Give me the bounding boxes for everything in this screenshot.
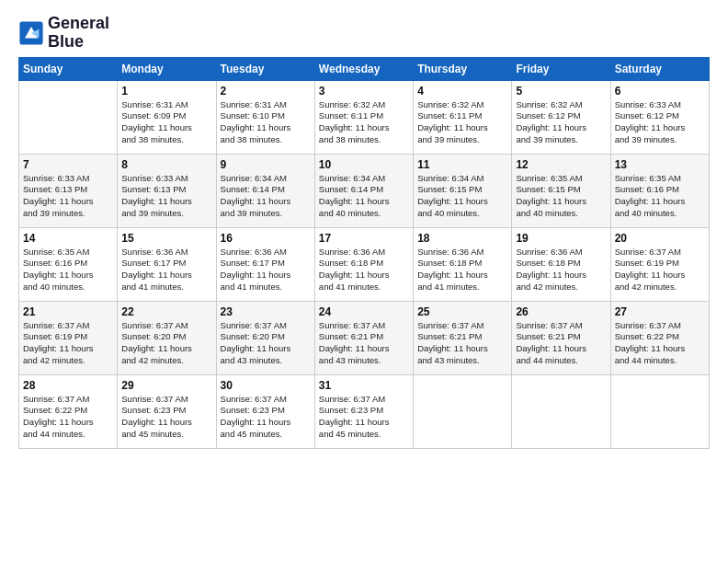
day-info: Sunrise: 6:32 AMSunset: 6:11 PMDaylight:… xyxy=(417,99,507,146)
day-info: Sunrise: 6:31 AMSunset: 6:10 PMDaylight:… xyxy=(221,99,311,146)
calendar-header-row: SundayMondayTuesdayWednesdayThursdayFrid… xyxy=(19,57,710,80)
day-number: 17 xyxy=(319,232,409,245)
calendar-cell: 4Sunrise: 6:32 AMSunset: 6:11 PMDaylight… xyxy=(414,80,512,154)
calendar-table: SundayMondayTuesdayWednesdayThursdayFrid… xyxy=(18,57,710,449)
day-info: Sunrise: 6:37 AMSunset: 6:22 PMDaylight:… xyxy=(23,394,113,441)
calendar-cell: 18Sunrise: 6:36 AMSunset: 6:18 PMDayligh… xyxy=(414,227,512,301)
day-info: Sunrise: 6:37 AMSunset: 6:21 PMDaylight:… xyxy=(319,320,409,367)
day-info: Sunrise: 6:37 AMSunset: 6:22 PMDaylight:… xyxy=(615,320,705,367)
day-info: Sunrise: 6:37 AMSunset: 6:19 PMDaylight:… xyxy=(615,247,705,293)
calendar-body: 1Sunrise: 6:31 AMSunset: 6:09 PMDaylight… xyxy=(19,80,710,448)
day-number: 15 xyxy=(121,232,211,245)
day-info: Sunrise: 6:36 AMSunset: 6:17 PMDaylight:… xyxy=(121,247,211,293)
day-info: Sunrise: 6:31 AMSunset: 6:09 PMDaylight:… xyxy=(121,99,211,146)
calendar-cell: 13Sunrise: 6:35 AMSunset: 6:16 PMDayligh… xyxy=(610,154,709,227)
calendar-header-sunday: Sunday xyxy=(19,57,118,80)
day-number: 27 xyxy=(615,305,705,318)
calendar-week-3: 14Sunrise: 6:35 AMSunset: 6:16 PMDayligh… xyxy=(19,227,710,301)
day-info: Sunrise: 6:33 AMSunset: 6:12 PMDaylight:… xyxy=(615,99,705,146)
day-number: 28 xyxy=(23,379,113,392)
calendar-cell: 23Sunrise: 6:37 AMSunset: 6:20 PMDayligh… xyxy=(216,301,314,374)
day-number: 21 xyxy=(23,305,113,318)
day-number: 24 xyxy=(319,305,409,318)
calendar-week-1: 1Sunrise: 6:31 AMSunset: 6:09 PMDaylight… xyxy=(19,80,710,154)
day-info: Sunrise: 6:34 AMSunset: 6:15 PMDaylight:… xyxy=(417,173,507,220)
day-info: Sunrise: 6:36 AMSunset: 6:18 PMDaylight:… xyxy=(319,247,409,293)
calendar-header-tuesday: Tuesday xyxy=(216,57,314,80)
calendar-cell: 9Sunrise: 6:34 AMSunset: 6:14 PMDaylight… xyxy=(216,154,314,227)
day-number: 6 xyxy=(615,85,705,98)
day-number: 22 xyxy=(121,305,211,318)
calendar-cell: 25Sunrise: 6:37 AMSunset: 6:21 PMDayligh… xyxy=(414,301,512,374)
calendar-cell: 29Sunrise: 6:37 AMSunset: 6:23 PMDayligh… xyxy=(118,374,216,448)
calendar-cell: 5Sunrise: 6:32 AMSunset: 6:12 PMDaylight… xyxy=(512,80,610,154)
day-number: 18 xyxy=(417,232,507,245)
calendar-cell: 15Sunrise: 6:36 AMSunset: 6:17 PMDayligh… xyxy=(118,227,216,301)
day-info: Sunrise: 6:35 AMSunset: 6:16 PMDaylight:… xyxy=(23,247,113,293)
calendar-cell: 17Sunrise: 6:36 AMSunset: 6:18 PMDayligh… xyxy=(314,227,413,301)
calendar-cell: 16Sunrise: 6:36 AMSunset: 6:17 PMDayligh… xyxy=(216,227,314,301)
day-number: 26 xyxy=(516,305,606,318)
logo-text: General Blue xyxy=(48,15,109,52)
day-info: Sunrise: 6:36 AMSunset: 6:17 PMDaylight:… xyxy=(221,247,311,293)
day-number: 19 xyxy=(516,232,606,245)
calendar-cell: 30Sunrise: 6:37 AMSunset: 6:23 PMDayligh… xyxy=(216,374,314,448)
day-number: 16 xyxy=(221,232,311,245)
day-number: 29 xyxy=(121,379,211,392)
day-number: 14 xyxy=(23,232,113,245)
day-number: 13 xyxy=(615,158,705,171)
calendar-header-friday: Friday xyxy=(512,57,610,80)
calendar-week-4: 21Sunrise: 6:37 AMSunset: 6:19 PMDayligh… xyxy=(19,301,710,374)
calendar-cell: 10Sunrise: 6:34 AMSunset: 6:14 PMDayligh… xyxy=(314,154,413,227)
calendar-cell xyxy=(414,374,512,448)
day-number: 30 xyxy=(221,379,311,392)
day-number: 5 xyxy=(516,85,606,98)
day-number: 25 xyxy=(417,305,507,318)
calendar-cell xyxy=(19,80,118,154)
calendar-cell: 22Sunrise: 6:37 AMSunset: 6:20 PMDayligh… xyxy=(118,301,216,374)
day-number: 31 xyxy=(319,379,409,392)
calendar-cell: 7Sunrise: 6:33 AMSunset: 6:13 PMDaylight… xyxy=(19,154,118,227)
day-number: 9 xyxy=(221,158,311,171)
day-info: Sunrise: 6:37 AMSunset: 6:20 PMDaylight:… xyxy=(121,320,211,367)
calendar-header-thursday: Thursday xyxy=(414,57,512,80)
calendar-cell xyxy=(512,374,610,448)
calendar-header-saturday: Saturday xyxy=(610,57,709,80)
day-info: Sunrise: 6:32 AMSunset: 6:11 PMDaylight:… xyxy=(319,99,409,146)
day-info: Sunrise: 6:37 AMSunset: 6:20 PMDaylight:… xyxy=(221,320,311,367)
day-number: 11 xyxy=(417,158,507,171)
day-info: Sunrise: 6:34 AMSunset: 6:14 PMDaylight:… xyxy=(319,173,409,220)
day-number: 23 xyxy=(221,305,311,318)
day-info: Sunrise: 6:35 AMSunset: 6:16 PMDaylight:… xyxy=(615,173,705,220)
day-number: 1 xyxy=(121,85,211,98)
calendar-cell: 8Sunrise: 6:33 AMSunset: 6:13 PMDaylight… xyxy=(118,154,216,227)
day-info: Sunrise: 6:33 AMSunset: 6:13 PMDaylight:… xyxy=(121,173,211,220)
logo: General Blue xyxy=(18,15,109,52)
calendar-cell: 27Sunrise: 6:37 AMSunset: 6:22 PMDayligh… xyxy=(610,301,709,374)
day-number: 10 xyxy=(319,158,409,171)
day-info: Sunrise: 6:37 AMSunset: 6:23 PMDaylight:… xyxy=(319,394,409,441)
day-info: Sunrise: 6:37 AMSunset: 6:21 PMDaylight:… xyxy=(516,320,606,367)
day-info: Sunrise: 6:35 AMSunset: 6:15 PMDaylight:… xyxy=(516,173,606,220)
calendar-cell: 14Sunrise: 6:35 AMSunset: 6:16 PMDayligh… xyxy=(19,227,118,301)
calendar-cell: 11Sunrise: 6:34 AMSunset: 6:15 PMDayligh… xyxy=(414,154,512,227)
calendar-header-wednesday: Wednesday xyxy=(314,57,413,80)
calendar-cell: 31Sunrise: 6:37 AMSunset: 6:23 PMDayligh… xyxy=(314,374,413,448)
day-number: 3 xyxy=(319,85,409,98)
calendar-cell: 28Sunrise: 6:37 AMSunset: 6:22 PMDayligh… xyxy=(19,374,118,448)
day-number: 20 xyxy=(615,232,705,245)
day-info: Sunrise: 6:37 AMSunset: 6:21 PMDaylight:… xyxy=(417,320,507,367)
calendar-week-5: 28Sunrise: 6:37 AMSunset: 6:22 PMDayligh… xyxy=(19,374,710,448)
page: General Blue SundayMondayTuesdayWednesda… xyxy=(0,0,728,458)
day-info: Sunrise: 6:33 AMSunset: 6:13 PMDaylight:… xyxy=(23,173,113,220)
calendar-cell: 24Sunrise: 6:37 AMSunset: 6:21 PMDayligh… xyxy=(314,301,413,374)
logo-icon xyxy=(18,20,44,46)
calendar-cell: 19Sunrise: 6:36 AMSunset: 6:18 PMDayligh… xyxy=(512,227,610,301)
calendar-cell: 2Sunrise: 6:31 AMSunset: 6:10 PMDaylight… xyxy=(216,80,314,154)
calendar-cell: 3Sunrise: 6:32 AMSunset: 6:11 PMDaylight… xyxy=(314,80,413,154)
day-number: 2 xyxy=(221,85,311,98)
calendar-cell xyxy=(610,374,709,448)
calendar-cell: 20Sunrise: 6:37 AMSunset: 6:19 PMDayligh… xyxy=(610,227,709,301)
day-info: Sunrise: 6:37 AMSunset: 6:23 PMDaylight:… xyxy=(221,394,311,441)
calendar-cell: 26Sunrise: 6:37 AMSunset: 6:21 PMDayligh… xyxy=(512,301,610,374)
